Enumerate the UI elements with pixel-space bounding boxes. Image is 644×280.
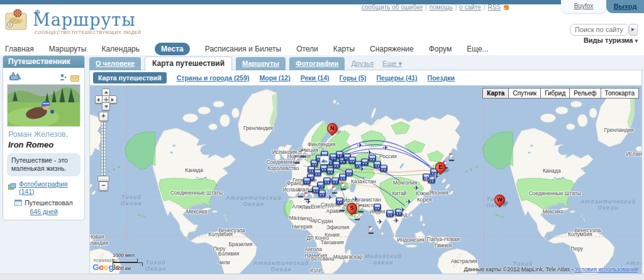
boat-marker-icon[interactable] [308, 186, 314, 193]
map-label-country: Боливия [218, 251, 240, 257]
map-label-country: НоваяЗеландия [90, 234, 108, 247]
boat-marker-icon[interactable] [304, 194, 311, 201]
boat-marker-icon[interactable] [300, 151, 307, 158]
plane-marker-icon[interactable]: ✈ [433, 174, 439, 180]
tab-item[interactable]: Еще ▾ [380, 57, 404, 70]
plane-marker-icon[interactable]: ✈ [327, 195, 333, 201]
plane-marker-icon[interactable]: ✈ [358, 166, 364, 173]
tab-item[interactable]: О человеке [89, 57, 141, 70]
train-marker-icon[interactable] [374, 204, 381, 211]
search-input[interactable] [570, 24, 629, 36]
nav-item-active[interactable]: Места [155, 43, 190, 55]
pan-down-button[interactable] [102, 102, 110, 110]
world-map[interactable]: ГренландияКанадаСоединенные ШтатыМексика… [90, 85, 641, 274]
map-type-button[interactable]: Спутник [508, 88, 541, 99]
train-marker-icon[interactable] [361, 159, 369, 166]
zoom-out-button[interactable]: − [99, 181, 108, 191]
traveler-name[interactable]: Роман Железов, [3, 127, 84, 140]
train-marker-icon[interactable] [336, 151, 343, 158]
nav-item-link[interactable]: Карты [333, 45, 355, 53]
nav-item-link[interactable]: Календарь [101, 45, 140, 53]
nav-item-link[interactable]: Снаряжение [370, 45, 414, 53]
utility-link[interactable]: RSS [487, 4, 501, 11]
boat-marker-icon[interactable] [294, 158, 301, 164]
map-label-country: Ботсвана [311, 256, 335, 262]
map-type-button[interactable]: Топокарта [601, 88, 639, 99]
nav-item-link[interactable]: Главная [5, 45, 34, 53]
nav-item-link[interactable]: Форум [429, 45, 452, 53]
photobio-link[interactable]: Фотобиография (141) [19, 180, 79, 195]
traveler-panel: Путешественник 100 [3, 55, 85, 220]
plane-marker-icon[interactable]: ✈ [377, 219, 382, 225]
train-marker-icon[interactable] [345, 170, 353, 176]
tab-item[interactable]: Маршруты [236, 57, 286, 70]
train-marker-icon[interactable] [331, 178, 339, 185]
nav-item-link[interactable]: Еще... [467, 45, 488, 53]
pan-right-button[interactable] [109, 95, 117, 104]
train-marker-icon[interactable] [323, 178, 331, 185]
map-label-country: Бразилия [229, 242, 253, 248]
logout-button[interactable]: Выход [606, 0, 644, 13]
subtab-link[interactable]: Поездки [428, 74, 455, 82]
boat-marker-icon[interactable] [339, 205, 346, 212]
utility-link[interactable]: о сайте [459, 4, 481, 11]
boat-marker-icon[interactable] [340, 184, 347, 191]
subtab-active[interactable]: Карта путешествий [93, 72, 167, 83]
plane-marker-icon[interactable]: ✈ [406, 199, 411, 205]
map-type-button[interactable]: Рельеф [569, 88, 601, 99]
plane-marker-icon[interactable]: ✈ [352, 197, 358, 203]
nav-item-link[interactable]: Расписания и Билеты [205, 45, 281, 53]
tab-item[interactable]: Фотографии [289, 57, 345, 70]
utility-link[interactable]: помощь [430, 4, 453, 11]
add-friend-icon[interactable] [59, 72, 67, 83]
train-marker-icon[interactable] [380, 165, 387, 172]
boat-marker-icon[interactable] [448, 155, 455, 162]
map-type-button[interactable]: Карта [482, 88, 509, 99]
traveler-photo[interactable] [7, 84, 80, 127]
plane-marker-icon[interactable]: ✈ [357, 143, 362, 149]
plane-marker-icon[interactable]: ✈ [393, 218, 399, 224]
boat-marker-icon[interactable] [331, 188, 338, 195]
plane-marker-icon[interactable]: ✈ [399, 207, 405, 213]
map-subtabs: Карта путешествийСтраны и города (259)Мо… [90, 70, 641, 85]
plane-marker-icon[interactable]: ✈ [425, 176, 430, 182]
site-title[interactable]: Маршруты [33, 10, 136, 30]
buyfox-tab[interactable]: Buyfox [561, 0, 606, 13]
zoom-slider-handle[interactable] [97, 176, 109, 181]
search-submit-button[interactable] [629, 24, 638, 36]
plane-marker-icon[interactable]: ✈ [366, 150, 372, 156]
map-type-button[interactable]: Гибрид [540, 88, 570, 99]
site-logo-icon[interactable] [5, 8, 30, 33]
tab-active[interactable]: Карта путешествий [145, 57, 232, 71]
nav-item-link[interactable]: Отели [296, 45, 318, 53]
map-label-country: Канада [185, 168, 203, 174]
map-label-country: Китай [392, 191, 406, 197]
message-envelope-icon[interactable] [70, 73, 79, 84]
plane-marker-icon[interactable]: ✈ [382, 145, 388, 151]
nav-item-link[interactable]: Маршруты [49, 45, 87, 53]
train-marker-icon[interactable] [303, 178, 311, 185]
utility-link[interactable]: сообщить об ошибке [362, 4, 423, 11]
subtab-link[interactable]: Моря (12) [260, 74, 291, 82]
subtab-link[interactable]: Реки (14) [301, 74, 330, 82]
traveled-days-link[interactable]: 646 дней [3, 208, 84, 215]
map-label-country: Мексика [543, 209, 564, 215]
subtab-link[interactable]: Горы (5) [340, 74, 367, 82]
scale-km-label: 2000 км [113, 266, 143, 271]
tab-item[interactable]: Друзья [348, 57, 376, 70]
plane-marker-icon[interactable]: ✈ [413, 185, 419, 191]
zoom-in-button[interactable]: + [99, 112, 108, 121]
map-attribution: Данные карты ©2012 MapLink, Tele Atlas -… [464, 266, 638, 272]
train-marker-icon[interactable] [326, 168, 334, 175]
camp-marker-icon[interactable] [320, 156, 330, 164]
boat-marker-icon[interactable] [354, 214, 361, 221]
zoom-slider-track[interactable] [101, 121, 106, 181]
photobio-icon [8, 183, 16, 192]
boat-marker-icon[interactable] [367, 228, 374, 235]
subtab-link[interactable]: Пещеры (41) [377, 74, 418, 82]
terms-of-use-link[interactable]: Условия использования [575, 266, 638, 272]
subtab-link[interactable]: Страны и города (259) [177, 74, 250, 82]
map-label-ocean: АтлантическийОкеан [580, 198, 636, 212]
attribution-text: Данные карты ©2012 MapLink, Tele Atlas - [464, 266, 575, 272]
train-marker-icon[interactable] [386, 210, 394, 217]
